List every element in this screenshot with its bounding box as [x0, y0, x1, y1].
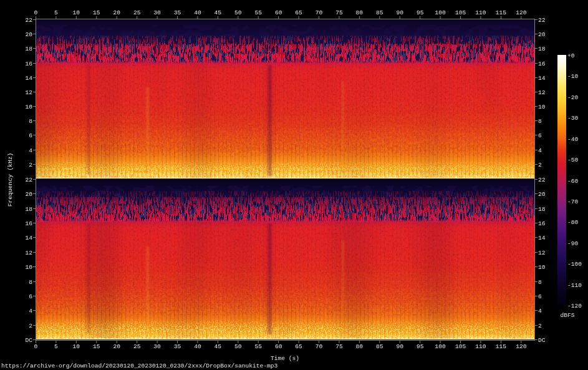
svg-text:-50: -50 — [567, 157, 579, 163]
svg-text:25: 25 — [133, 9, 141, 16]
svg-text:85: 85 — [376, 9, 383, 16]
svg-text:-100: -100 — [567, 261, 582, 268]
svg-text:dBFS: dBFS — [560, 312, 574, 319]
svg-text:20: 20 — [113, 9, 120, 16]
svg-text:-110: -110 — [567, 282, 582, 289]
svg-text:45: 45 — [214, 9, 222, 16]
svg-text:30: 30 — [153, 343, 161, 350]
svg-text:https://archive·org/download/2: https://archive·org/download/20230120_20… — [1, 363, 278, 369]
svg-text:-90: -90 — [567, 240, 579, 247]
svg-text:15: 15 — [93, 343, 100, 350]
svg-text:2: 2 — [29, 323, 32, 329]
svg-text:6: 6 — [29, 132, 32, 139]
svg-text:22: 22 — [25, 177, 32, 183]
svg-text:5: 5 — [54, 343, 58, 350]
svg-text:55: 55 — [254, 343, 262, 350]
svg-text:-120: -120 — [567, 303, 582, 309]
svg-text:8: 8 — [538, 118, 542, 125]
svg-text:95: 95 — [417, 9, 424, 16]
svg-text:20: 20 — [25, 31, 32, 38]
svg-text:6: 6 — [538, 132, 542, 139]
svg-text:18: 18 — [538, 46, 546, 52]
svg-text:14: 14 — [538, 235, 546, 241]
svg-text:120: 120 — [516, 343, 527, 350]
svg-text:8: 8 — [29, 279, 32, 286]
svg-text:10: 10 — [538, 264, 546, 271]
svg-text:110: 110 — [475, 343, 486, 350]
svg-text:22: 22 — [538, 177, 546, 183]
svg-text:120: 120 — [516, 9, 527, 16]
svg-text:105: 105 — [455, 343, 466, 350]
svg-text:2: 2 — [29, 162, 32, 168]
svg-text:90: 90 — [396, 9, 403, 16]
svg-text:80: 80 — [356, 343, 364, 350]
svg-text:100: 100 — [435, 343, 446, 350]
svg-text:DC: DC — [538, 337, 546, 344]
svg-text:10: 10 — [73, 343, 80, 350]
svg-text:22: 22 — [538, 17, 546, 24]
svg-text:8: 8 — [29, 118, 32, 125]
svg-text:20: 20 — [538, 191, 546, 198]
svg-text:60: 60 — [275, 343, 282, 350]
svg-text:50: 50 — [234, 9, 242, 16]
svg-text:18: 18 — [25, 206, 32, 213]
svg-text:12: 12 — [25, 89, 32, 96]
svg-text:50: 50 — [234, 343, 242, 350]
svg-text:-60: -60 — [567, 178, 579, 185]
svg-text:65: 65 — [295, 343, 302, 350]
svg-text:6: 6 — [29, 293, 32, 300]
svg-text:16: 16 — [538, 220, 546, 227]
svg-text:12: 12 — [538, 89, 546, 96]
svg-text:35: 35 — [174, 9, 181, 16]
svg-text:45: 45 — [214, 343, 222, 350]
svg-text:Frequency (kHz): Frequency (kHz) — [7, 153, 14, 207]
svg-text:12: 12 — [538, 250, 546, 256]
svg-text:10: 10 — [538, 104, 546, 110]
svg-text:110: 110 — [475, 9, 486, 16]
svg-text:14: 14 — [25, 75, 32, 82]
svg-text:2: 2 — [538, 162, 542, 168]
svg-text:Time (s): Time (s) — [271, 355, 299, 362]
svg-text:40: 40 — [194, 343, 201, 350]
svg-text:20: 20 — [538, 31, 546, 38]
svg-text:22: 22 — [25, 17, 32, 24]
svg-text:70: 70 — [316, 9, 323, 16]
svg-text:85: 85 — [376, 343, 383, 350]
svg-text:-70: -70 — [567, 198, 579, 205]
svg-text:55: 55 — [254, 9, 262, 16]
svg-text:-30: -30 — [567, 115, 579, 122]
svg-text:16: 16 — [538, 61, 546, 67]
svg-text:75: 75 — [335, 9, 343, 16]
svg-text:115: 115 — [496, 343, 507, 350]
svg-text:-20: -20 — [567, 94, 579, 101]
svg-text:105: 105 — [455, 9, 466, 16]
svg-text:-40: -40 — [567, 136, 579, 143]
svg-text:35: 35 — [174, 343, 181, 350]
svg-text:18: 18 — [538, 206, 546, 213]
svg-text:65: 65 — [295, 9, 302, 16]
svg-text:4: 4 — [538, 147, 542, 154]
svg-text:14: 14 — [25, 235, 32, 241]
svg-text:0: 0 — [34, 343, 38, 350]
svg-text:10: 10 — [73, 9, 80, 16]
svg-text:10: 10 — [25, 104, 32, 110]
svg-text:+0: +0 — [567, 52, 575, 59]
svg-text:70: 70 — [316, 343, 323, 350]
svg-text:DC: DC — [25, 337, 32, 344]
svg-text:12: 12 — [25, 250, 32, 256]
svg-text:4: 4 — [29, 147, 32, 154]
svg-text:25: 25 — [133, 343, 141, 350]
svg-text:-10: -10 — [567, 73, 579, 80]
svg-text:-80: -80 — [567, 219, 579, 226]
svg-text:115: 115 — [496, 9, 507, 16]
svg-text:4: 4 — [29, 308, 32, 314]
svg-text:90: 90 — [396, 343, 403, 350]
svg-text:16: 16 — [25, 61, 32, 67]
svg-text:100: 100 — [435, 9, 446, 16]
svg-text:0: 0 — [34, 9, 38, 16]
svg-text:2: 2 — [538, 323, 542, 329]
svg-text:30: 30 — [153, 9, 161, 16]
svg-text:14: 14 — [538, 75, 546, 82]
svg-text:75: 75 — [335, 343, 343, 350]
svg-text:15: 15 — [93, 9, 100, 16]
